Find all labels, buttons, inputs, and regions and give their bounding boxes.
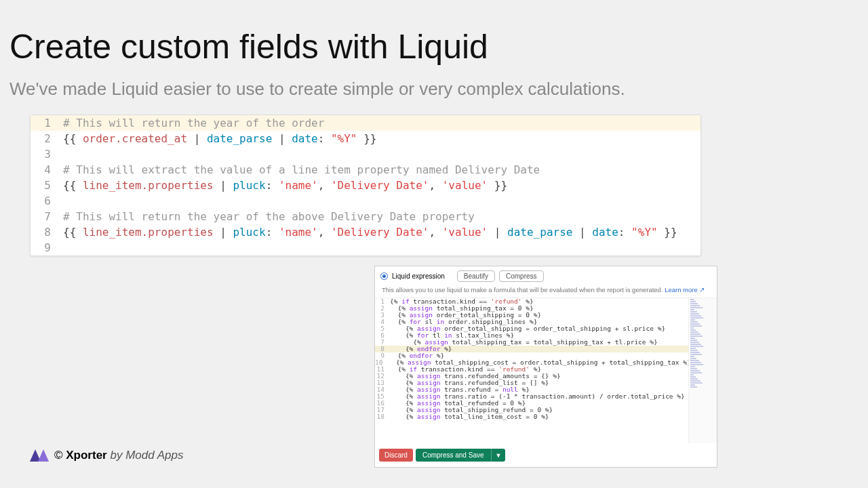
code-line: 5{{ line_item.properties | pluck: 'name'… [31, 178, 701, 193]
line-number: 8 [31, 226, 63, 239]
radio-selected-icon[interactable] [380, 272, 388, 280]
code-text: # This will return the year of the above… [63, 210, 475, 223]
logo-icon [30, 449, 50, 462]
code-line: 1# This will return the year of the orde… [31, 115, 701, 131]
code-line: 9 [31, 240, 701, 256]
code-text: {{ line_item.properties | pluck: 'name',… [63, 179, 507, 192]
editor-line: 18 {% assign total_line_item_cost = 0 %} [375, 413, 688, 420]
code-text: {{ order.created_at | date_parse | date:… [63, 132, 376, 145]
learn-more-link[interactable]: Learn more ↗ [665, 286, 705, 293]
footer: © Xporter by Modd Apps [30, 449, 184, 462]
chevron-down-icon: ▼ [496, 452, 502, 459]
editor-area[interactable]: 1{% if transaction.kind == 'refund' %}2 … [375, 298, 717, 443]
panel-description: This allows you to use liquid to make a … [375, 286, 717, 298]
code-text: # This will extract the value of a line … [63, 163, 540, 176]
page-subtitle: We've made Liquid easier to use to creat… [0, 66, 868, 100]
radio-label: Liquid expression [392, 272, 445, 280]
line-number: 7 [31, 210, 63, 223]
liquid-editor-panel: Liquid expression Beautify Compress This… [374, 266, 717, 468]
line-number: 1 [31, 117, 63, 129]
minimap[interactable] [688, 298, 717, 443]
panel-header: Liquid expression Beautify Compress [375, 266, 717, 286]
page-title: Create custom fields with Liquid [0, 0, 868, 66]
external-link-icon: ↗ [699, 286, 705, 293]
line-number: 9 [31, 241, 63, 254]
line-number: 4 [31, 163, 63, 176]
panel-footer: Discard Compress and Save ▼ [375, 443, 717, 467]
main-code-block: 1# This will return the year of the orde… [30, 115, 701, 256]
code-line: 6 [31, 193, 701, 209]
code-line: 2{{ order.created_at | date_parse | date… [31, 131, 701, 146]
save-dropdown-button[interactable]: ▼ [491, 449, 506, 462]
code-line: 4# This will extract the value of a line… [31, 162, 701, 178]
code-text: {{ line_item.properties | pluck: 'name',… [63, 226, 677, 239]
line-number: 6 [31, 195, 63, 207]
compress-and-save-button[interactable]: Compress and Save [416, 449, 491, 462]
code-text: # This will return the year of the order [63, 117, 324, 129]
compress-button[interactable]: Compress [499, 270, 544, 282]
code-line: 7# This will return the year of the abov… [31, 209, 701, 224]
discard-button[interactable]: Discard [379, 449, 413, 462]
line-number: 5 [31, 179, 63, 192]
line-number: 3 [31, 148, 63, 161]
code-line: 8{{ line_item.properties | pluck: 'name'… [31, 224, 701, 240]
beautify-button[interactable]: Beautify [457, 270, 495, 282]
line-number: 2 [31, 132, 63, 145]
code-line: 3 [31, 146, 701, 162]
